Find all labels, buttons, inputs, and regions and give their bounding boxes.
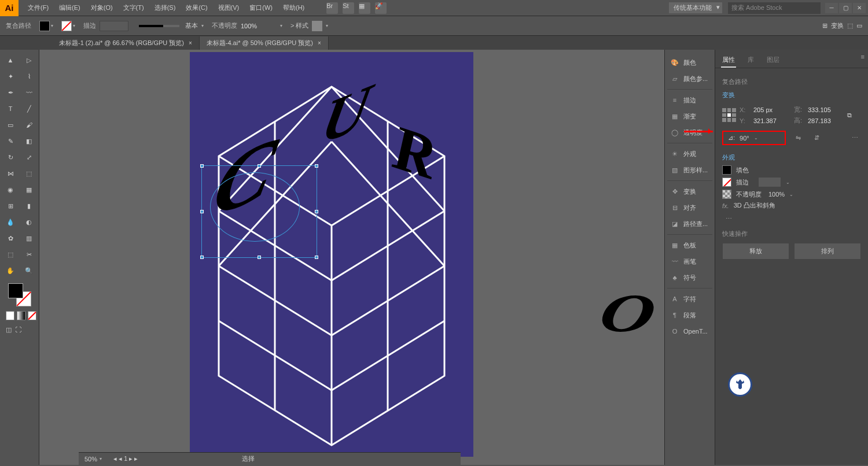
dock-颜色参...[interactable]: ▱颜色参... xyxy=(667,71,712,87)
fill-color[interactable] xyxy=(8,283,23,298)
dock-外观[interactable]: ☀外观 xyxy=(667,146,712,162)
curvature-tool[interactable]: 〰 xyxy=(21,86,37,99)
dock-对齐[interactable]: ⊟对齐 xyxy=(667,199,712,216)
paintbrush-tool[interactable]: 🖌 xyxy=(21,118,37,132)
isolate-icon-2[interactable]: ▭ xyxy=(856,22,862,29)
color-mode-none[interactable] xyxy=(28,311,36,320)
graph-tool[interactable]: ▥ xyxy=(21,231,37,245)
rotation-input-highlighted[interactable]: ⊿: 90° ⌄ xyxy=(722,131,786,145)
opacity-value[interactable]: 100% xyxy=(241,23,277,29)
rotate-tool[interactable]: ↻ xyxy=(2,150,19,164)
selection-tool[interactable]: ▲ xyxy=(2,53,19,67)
page-nav[interactable]: ◂ ◂ 1 ▸ ▸ xyxy=(113,455,138,463)
eraser-tool[interactable]: ◧ xyxy=(21,134,37,148)
release-button[interactable]: 释放 xyxy=(722,243,789,260)
scale-tool[interactable]: ⤢ xyxy=(21,150,37,164)
fill-swatch-small[interactable] xyxy=(722,165,731,175)
rotation-value[interactable]: 90° xyxy=(740,135,749,142)
dock-色板[interactable]: ▦色板 xyxy=(667,237,712,253)
stroke-weight-input[interactable] xyxy=(100,21,128,31)
pen-tool[interactable]: ✒ xyxy=(2,86,19,99)
more-options-icon[interactable]: ⋯ xyxy=(848,132,861,145)
dock-颜色[interactable]: 🎨颜色 xyxy=(667,54,712,71)
style-swatch[interactable] xyxy=(312,21,322,31)
menu-window[interactable]: 窗口(W) xyxy=(245,1,277,14)
stroke-swatch[interactable]: ▾ xyxy=(61,21,75,31)
constrain-proportions-icon[interactable]: ⧉ xyxy=(847,112,852,119)
menu-file[interactable]: 文件(F) xyxy=(23,1,53,14)
arrange-docs-icon[interactable]: ▦ xyxy=(359,2,370,14)
transform-section-title[interactable]: 变换 xyxy=(722,91,861,99)
fill-swatch[interactable]: ▾ xyxy=(39,21,53,31)
stock-icon[interactable]: St xyxy=(343,2,354,14)
gradient-tool[interactable]: ▮ xyxy=(21,199,37,213)
transform-label[interactable]: 变换 xyxy=(831,21,844,30)
perspective-tool[interactable]: ▦ xyxy=(21,183,37,197)
menu-object[interactable]: 对象(O) xyxy=(86,1,117,14)
screen-mode-icon[interactable]: ⛶ xyxy=(15,326,21,334)
flip-vertical-icon[interactable]: ⇵ xyxy=(810,132,823,145)
tab-close-icon[interactable]: × xyxy=(318,40,321,46)
dock-图形样...[interactable]: ▧图形样... xyxy=(667,162,712,178)
appearance-section-title[interactable]: 外观 xyxy=(722,153,861,162)
symbol-sprayer-tool[interactable]: ✿ xyxy=(2,231,19,245)
shaper-tool[interactable]: ✎ xyxy=(2,134,19,148)
artboard-tool[interactable]: ⬚ xyxy=(2,247,19,261)
panel-menu-icon[interactable]: ≡ xyxy=(861,53,865,60)
gpu-icon[interactable]: 🚀 xyxy=(375,2,387,14)
dock-画笔[interactable]: 〰画笔 xyxy=(667,253,712,269)
stroke-swatch-small[interactable] xyxy=(722,177,731,187)
h-value[interactable]: 287.183 xyxy=(808,117,844,124)
search-input[interactable]: 搜索 Adobe Stock xyxy=(728,2,821,14)
direct-selection-tool[interactable]: ▷ xyxy=(21,53,37,67)
dock-段落[interactable]: ¶段落 xyxy=(667,307,712,323)
fill-stroke-indicator[interactable] xyxy=(8,283,31,306)
reference-point-icon[interactable] xyxy=(722,108,736,122)
brush-profile-label[interactable]: 基本 xyxy=(185,21,198,30)
dock-字符[interactable]: A字符 xyxy=(667,291,712,307)
menu-select[interactable]: 选择(S) xyxy=(150,1,181,14)
isolate-icon[interactable]: ⬚ xyxy=(847,22,853,29)
tab-close-icon[interactable]: × xyxy=(189,40,192,46)
zoom-display[interactable]: 50%▾ xyxy=(84,456,102,463)
doc-tab-2[interactable]: 未标题-4.ai* @ 50% (RGB/GPU 预览)× xyxy=(200,36,329,50)
shape-builder-tool[interactable]: ◉ xyxy=(2,183,19,197)
dock-透明度[interactable]: ◯透明度 xyxy=(667,124,712,140)
slice-tool[interactable]: ✂ xyxy=(21,247,37,261)
y-value[interactable]: 321.387 xyxy=(753,117,789,124)
magic-wand-tool[interactable]: ✦ xyxy=(2,69,19,83)
dock-变换[interactable]: ✥变换 xyxy=(667,183,712,199)
menu-edit[interactable]: 编辑(E) xyxy=(54,1,85,14)
canvas[interactable]: C U R O 50%▾ ◂ ◂ 1 ▸ ▸ 选择 xyxy=(39,50,664,465)
flip-horizontal-icon[interactable]: ⇋ xyxy=(792,132,804,145)
menu-help[interactable]: 帮助(H) xyxy=(278,1,309,14)
dock-路径查...[interactable]: ◪路径查... xyxy=(667,216,712,232)
free-transform-tool[interactable]: ⬚ xyxy=(21,167,37,180)
dock-描边[interactable]: ≡描边 xyxy=(667,92,712,108)
dock-OpenT...[interactable]: OOpenT... xyxy=(667,323,712,339)
x-value[interactable]: 205 px xyxy=(753,106,789,113)
panel-tab-properties[interactable]: 属性 xyxy=(721,53,736,68)
type-tool[interactable]: T xyxy=(2,102,19,116)
close-button[interactable]: ✕ xyxy=(853,3,866,13)
bridge-icon[interactable]: Br xyxy=(326,2,338,14)
arrange-button[interactable]: 排列 xyxy=(794,243,861,260)
minimize-button[interactable]: ─ xyxy=(825,3,838,13)
line-tool[interactable]: ╱ xyxy=(21,102,37,116)
eyedropper-tool[interactable]: 💧 xyxy=(2,215,19,229)
align-icon[interactable]: ⊞ xyxy=(822,22,827,29)
hand-tool[interactable]: ✋ xyxy=(2,264,19,278)
opacity-value-prop[interactable]: 100% xyxy=(768,191,785,198)
blend-tool[interactable]: ◐ xyxy=(21,215,37,229)
menu-type[interactable]: 文字(T) xyxy=(119,1,149,14)
zoom-tool[interactable]: 🔍 xyxy=(21,264,37,278)
dock-符号[interactable]: ♣符号 xyxy=(667,269,712,286)
color-mode-solid[interactable] xyxy=(6,311,14,320)
dock-渐变[interactable]: ▦渐变 xyxy=(667,108,712,124)
color-mode-gradient[interactable] xyxy=(17,311,25,320)
fx-name[interactable]: 3D 凸出和斜角 xyxy=(734,201,775,210)
menu-effect[interactable]: 效果(C) xyxy=(181,1,212,14)
stroke-weight-prop[interactable] xyxy=(758,177,781,187)
more-options-icon[interactable]: ⋯ xyxy=(722,212,735,225)
lasso-tool[interactable]: ⌇ xyxy=(21,69,37,83)
